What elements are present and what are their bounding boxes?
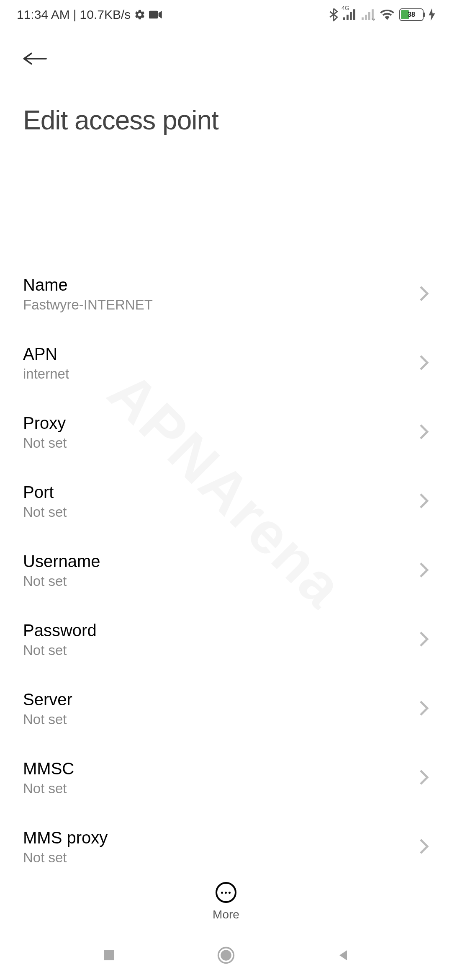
setting-label: MMSC: [23, 759, 419, 778]
status-left: 11:34 AM | 10.7KB/s: [17, 8, 162, 22]
setting-value: Not set: [23, 435, 419, 451]
chevron-right-icon: [419, 700, 429, 718]
nav-back-button[interactable]: [334, 946, 353, 965]
setting-value: internet: [23, 366, 419, 382]
signal-4g-icon: 4G: [343, 9, 357, 21]
setting-label: Port: [23, 483, 419, 502]
wifi-icon: [380, 9, 394, 21]
nav-home-button[interactable]: [216, 946, 236, 965]
chevron-right-icon: [419, 562, 429, 580]
more-button[interactable]: More: [213, 882, 239, 921]
header: Edit access point: [0, 29, 452, 148]
setting-value: Not set: [23, 781, 419, 797]
setting-label: Name: [23, 276, 419, 294]
gear-icon: [134, 9, 146, 21]
setting-apn[interactable]: APN internet: [0, 329, 452, 398]
setting-password[interactable]: Password Not set: [0, 605, 452, 674]
setting-name[interactable]: Name Fastwyre-INTERNET: [0, 260, 452, 329]
signal-no-sim-icon: ✕: [362, 9, 375, 21]
setting-server[interactable]: Server Not set: [0, 674, 452, 743]
svg-rect-1: [343, 17, 345, 20]
setting-label: Proxy: [23, 414, 419, 433]
status-speed: 10.7KB/s: [80, 8, 131, 22]
bluetooth-icon: [329, 8, 338, 21]
svg-rect-6: [365, 15, 367, 20]
status-bar: 11:34 AM | 10.7KB/s 4G ✕ 38: [0, 0, 452, 29]
setting-value: Not set: [23, 504, 419, 520]
chevron-right-icon: [419, 838, 429, 856]
battery-icon: 38: [399, 8, 424, 21]
svg-text:✕: ✕: [371, 17, 375, 21]
setting-username[interactable]: Username Not set: [0, 536, 452, 605]
bottom-toolbar: More: [0, 874, 452, 921]
back-button[interactable]: [23, 46, 48, 71]
chevron-right-icon: [419, 285, 429, 304]
svg-rect-7: [368, 12, 370, 20]
more-icon: [216, 882, 236, 903]
svg-rect-5: [362, 17, 364, 20]
navigation-bar: [0, 930, 452, 980]
svg-point-12: [221, 950, 231, 961]
charging-icon: [429, 8, 435, 21]
svg-rect-4: [353, 9, 355, 20]
chevron-right-icon: [419, 354, 429, 373]
camera-icon: [149, 10, 162, 20]
setting-label: Password: [23, 621, 419, 640]
setting-mmsc[interactable]: MMSC Not set: [0, 743, 452, 812]
nav-recents-button[interactable]: [99, 946, 118, 965]
chevron-right-icon: [419, 769, 429, 787]
chevron-right-icon: [419, 493, 429, 511]
status-right: 4G ✕ 38: [329, 8, 435, 21]
setting-value: Not set: [23, 850, 419, 863]
page-title: Edit access point: [23, 105, 429, 136]
setting-label: MMS proxy: [23, 828, 419, 847]
settings-list: Name Fastwyre-INTERNET APN internet Prox…: [0, 260, 452, 863]
setting-value: Fastwyre-INTERNET: [23, 297, 419, 313]
status-time: 11:34 AM: [17, 8, 70, 22]
setting-proxy[interactable]: Proxy Not set: [0, 398, 452, 467]
setting-label: APN: [23, 345, 419, 364]
setting-label: Username: [23, 552, 419, 571]
status-separator: |: [73, 8, 77, 22]
svg-rect-2: [347, 15, 349, 20]
svg-rect-3: [350, 12, 352, 20]
setting-mms-proxy[interactable]: MMS proxy Not set: [0, 812, 452, 863]
more-label: More: [213, 908, 239, 921]
setting-port[interactable]: Port Not set: [0, 467, 452, 536]
svg-rect-0: [149, 11, 158, 19]
svg-rect-10: [104, 950, 114, 960]
setting-value: Not set: [23, 712, 419, 727]
chevron-right-icon: [419, 423, 429, 442]
setting-value: Not set: [23, 573, 419, 589]
chevron-right-icon: [419, 631, 429, 649]
setting-label: Server: [23, 690, 419, 709]
setting-value: Not set: [23, 642, 419, 658]
